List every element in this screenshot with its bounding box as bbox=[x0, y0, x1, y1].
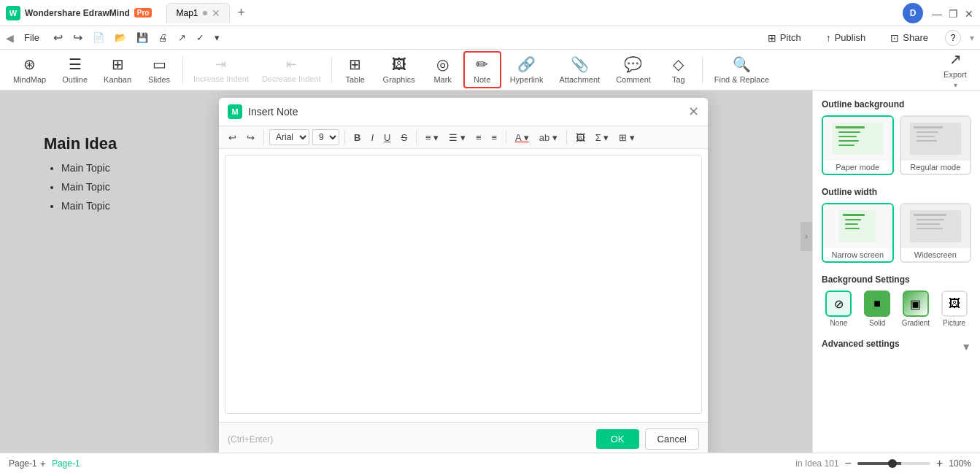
add-tab-button[interactable]: + bbox=[233, 4, 250, 22]
slides-button[interactable]: ▭ Slides bbox=[140, 53, 178, 87]
open-button[interactable]: 📂 bbox=[111, 30, 130, 45]
svg-rect-18 bbox=[917, 219, 944, 220]
canvas-area[interactable]: Main Idea Main Topic Main Topic Main Top… bbox=[0, 91, 812, 453]
more-button[interactable]: ▾ bbox=[211, 30, 223, 45]
bg-solid-option[interactable]: ■ Solid bbox=[860, 291, 895, 327]
modal-toolbar-sep-3 bbox=[416, 130, 417, 145]
right-panel: Outline background Paper mo bbox=[812, 91, 980, 453]
svg-rect-20 bbox=[917, 228, 943, 229]
zoom-slider[interactable] bbox=[857, 462, 930, 465]
pitch-button[interactable]: ⊞ Pitch bbox=[760, 29, 809, 47]
svg-rect-2 bbox=[838, 131, 860, 133]
modal-strike-button[interactable]: S bbox=[397, 130, 411, 145]
modal-underline-button[interactable]: U bbox=[380, 130, 394, 145]
attachment-button[interactable]: 📎 Attachment bbox=[552, 53, 608, 87]
modal-redo-button[interactable]: ↪ bbox=[243, 130, 258, 145]
modal-list-button[interactable]: ☰ ▾ bbox=[445, 130, 469, 145]
toolbar: ⊛ MindMap ☰ Outline ⊞ Kanban ▭ Slides ⇥ … bbox=[0, 50, 980, 91]
widescreen-card[interactable]: Widescreen bbox=[900, 203, 972, 263]
hyperlink-button[interactable]: 🔗 Hyperlink bbox=[503, 53, 551, 87]
width-options-grid: Narrow screen Widescreen bbox=[822, 203, 971, 263]
tag-button[interactable]: ◇ Tag bbox=[660, 53, 698, 87]
modal-highlight-button[interactable]: ab ▾ bbox=[536, 130, 561, 145]
publish-label: Publish bbox=[835, 32, 866, 43]
mindmap-label: MindMap bbox=[13, 75, 46, 84]
toolbar-separator-3 bbox=[702, 57, 703, 83]
tab-map1[interactable]: Map1 ✕ bbox=[166, 3, 229, 23]
outline-background-section: Outline background Paper mo bbox=[822, 99, 971, 175]
publish-button[interactable]: ↑ Publish bbox=[818, 29, 874, 47]
zoom-minus-button[interactable]: − bbox=[845, 457, 852, 470]
menu-file[interactable]: File bbox=[17, 31, 47, 45]
modal-align-center-button[interactable]: ≡ bbox=[472, 130, 485, 145]
outline-width-title: Outline width bbox=[822, 187, 971, 197]
zoom-plus-button[interactable]: + bbox=[936, 457, 943, 470]
modal-align-left-button[interactable]: ≡ ▾ bbox=[422, 130, 442, 145]
kanban-button[interactable]: ⊞ Kanban bbox=[96, 53, 139, 87]
restore-button[interactable]: ❐ bbox=[948, 8, 958, 18]
attachment-icon: 📎 bbox=[571, 55, 589, 73]
add-page-button[interactable]: + bbox=[40, 458, 46, 469]
outline-button[interactable]: ☰ Outline bbox=[55, 53, 95, 87]
menu-more-icon[interactable]: ▾ bbox=[970, 33, 974, 43]
decrease-indent-button[interactable]: ⇤ Decrease Indent bbox=[256, 53, 327, 86]
modal-table-button[interactable]: ⊞ ▾ bbox=[615, 130, 638, 145]
help-button[interactable]: ? bbox=[945, 30, 961, 46]
bg-settings-title: Background Settings bbox=[822, 274, 971, 285]
paper-mode-preview bbox=[823, 117, 892, 161]
bg-picture-option[interactable]: 🖼 Picture bbox=[937, 291, 971, 327]
menu-bar-right: ⊞ Pitch ↑ Publish ⊡ Share ? ▾ bbox=[760, 29, 974, 47]
note-input[interactable] bbox=[225, 155, 702, 414]
bg-gradient-label: Gradient bbox=[902, 319, 930, 327]
bg-settings-section: Background Settings ⊘ None ■ Solid ▣ Gra… bbox=[822, 274, 971, 327]
mindmap-button[interactable]: ⊛ MindMap bbox=[6, 53, 53, 87]
bg-gradient-option[interactable]: ▣ Gradient bbox=[899, 291, 933, 327]
graphics-button[interactable]: 🖼 Graphics bbox=[376, 53, 423, 87]
toolbar-separator-1 bbox=[182, 57, 183, 83]
minimize-button[interactable]: — bbox=[932, 8, 942, 18]
note-button[interactable]: ✏ Note bbox=[463, 51, 501, 88]
redo-button[interactable]: ↪ bbox=[69, 28, 86, 47]
modal-italic-button[interactable]: I bbox=[367, 130, 377, 145]
modal-font-select[interactable]: Arial bbox=[269, 129, 309, 145]
find-replace-button[interactable]: 🔍 Find & Replace bbox=[707, 53, 776, 87]
advanced-settings-chevron[interactable]: ▼ bbox=[961, 341, 971, 353]
modal-font-color-button[interactable]: A ▾ bbox=[512, 130, 533, 145]
modal-size-select[interactable]: 9 bbox=[312, 129, 339, 145]
modal-bold-button[interactable]: B bbox=[350, 130, 364, 145]
paper-mode-card[interactable]: Paper mode bbox=[822, 115, 894, 175]
regular-mode-card[interactable]: Regular mode bbox=[900, 115, 972, 175]
print-button[interactable]: 🖨 bbox=[155, 30, 171, 45]
modal-undo-button[interactable]: ↩ bbox=[225, 130, 240, 145]
modal-image-button[interactable]: 🖼 bbox=[572, 130, 589, 145]
pin-icon[interactable]: ◀ bbox=[6, 32, 14, 44]
status-bar: Page-1 + Page-1 in Idea 101 − + 100% bbox=[0, 453, 980, 473]
modal-title: Insert Note bbox=[248, 106, 682, 118]
save-button[interactable]: 💾 bbox=[133, 30, 152, 45]
comment-button[interactable]: 💬 Comment bbox=[609, 53, 658, 87]
share-label: Share bbox=[903, 32, 928, 43]
new-button[interactable]: 📄 bbox=[89, 30, 108, 45]
outline-background-title: Outline background bbox=[822, 99, 971, 109]
close-button[interactable]: ✕ bbox=[964, 8, 974, 18]
checkmark-button[interactable]: ✓ bbox=[193, 30, 208, 45]
advanced-settings-title: Advanced settings bbox=[822, 339, 900, 349]
table-button[interactable]: ⊞ Table bbox=[336, 53, 374, 87]
kanban-icon: ⊞ bbox=[112, 55, 124, 73]
modal-ok-button[interactable]: OK bbox=[596, 429, 639, 449]
modal-formula-button[interactable]: Σ ▾ bbox=[592, 130, 613, 145]
tab-close-icon[interactable]: ✕ bbox=[212, 7, 220, 19]
modal-align-right-button[interactable]: ≡ bbox=[488, 130, 501, 145]
modal-close-button[interactable]: ✕ bbox=[688, 104, 699, 120]
increase-indent-button[interactable]: ⇥ Increase Indent bbox=[188, 53, 255, 86]
modal-cancel-button[interactable]: Cancel bbox=[645, 428, 699, 450]
bg-none-option[interactable]: ⊘ None bbox=[822, 291, 856, 327]
export-menu-button[interactable]: ↗ bbox=[174, 30, 190, 45]
export-button[interactable]: ↗ Export ▾ bbox=[936, 47, 974, 92]
svg-rect-9 bbox=[917, 136, 935, 137]
current-page-name[interactable]: Page-1 bbox=[52, 458, 80, 469]
undo-button[interactable]: ↩ bbox=[50, 28, 66, 47]
narrow-screen-card[interactable]: Narrow screen bbox=[822, 203, 894, 263]
share-button[interactable]: ⊡ Share bbox=[882, 29, 936, 47]
mark-button[interactable]: ◎ Mark bbox=[424, 53, 462, 87]
